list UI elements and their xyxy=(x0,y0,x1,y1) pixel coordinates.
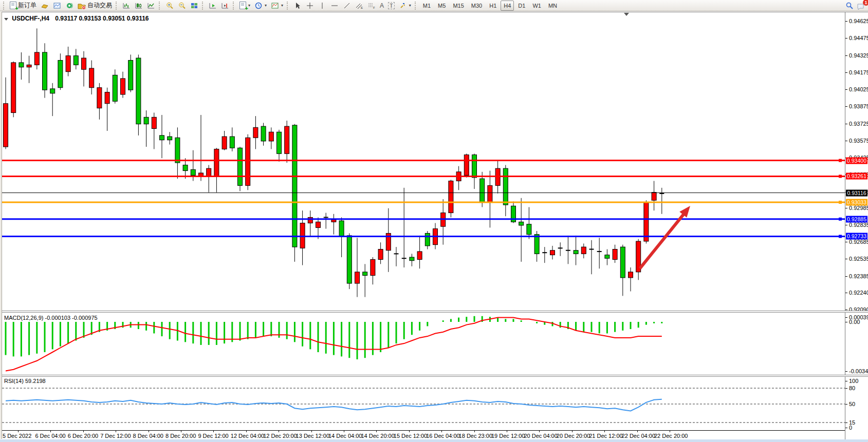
channel-button[interactable]: E xyxy=(353,0,365,11)
chart-window[interactable]: USDCHF-,H4 0.93117 0.93153 0.93051 0.931… xyxy=(2,12,868,439)
dropdown-caret-icon: ▾ xyxy=(409,3,411,8)
price-tick: 0.94175 xyxy=(849,69,868,75)
horizontal-line-icon xyxy=(330,2,339,10)
timeframe-d1[interactable]: D1 xyxy=(515,1,528,11)
signal-icon xyxy=(65,2,73,10)
new-chart-button[interactable]: + ▾ xyxy=(237,0,252,11)
time-axis-label: 12 Dec 04:00 xyxy=(231,433,264,439)
zoom-in-button[interactable] xyxy=(163,0,176,11)
template-icon xyxy=(271,2,279,10)
period-button[interactable]: ▾ xyxy=(252,0,269,11)
chart-shift-marker[interactable] xyxy=(624,13,629,16)
rsi-axis-tick: 80 xyxy=(849,385,855,391)
hline-price-label: 0.93033 xyxy=(846,199,867,205)
chart-menu-icon[interactable] xyxy=(4,18,8,21)
data-window-button[interactable] xyxy=(51,0,63,11)
tick-mark xyxy=(845,124,847,124)
chart-shift-icon xyxy=(221,2,229,10)
crosshair-button[interactable] xyxy=(304,0,316,11)
auto-trading-button[interactable]: 自动交易 xyxy=(76,0,114,11)
tick-mark xyxy=(845,371,847,372)
text-button[interactable]: A xyxy=(378,0,386,11)
macd-axis-tick: -0.003419 xyxy=(849,368,868,374)
vertical-line-button[interactable] xyxy=(316,0,328,11)
timeframe-m1[interactable]: M1 xyxy=(420,1,434,11)
timeframe-m15[interactable]: M15 xyxy=(450,1,467,11)
dropdown-caret-icon: ▾ xyxy=(248,3,250,8)
tile-windows-button[interactable] xyxy=(188,0,200,11)
tick-mark xyxy=(845,310,847,310)
time-tick-mark xyxy=(18,431,19,432)
line-chart-button[interactable] xyxy=(145,0,157,11)
rsi-axis-tick: 0 xyxy=(849,425,852,431)
notifications-button[interactable]: 1 xyxy=(857,2,866,10)
time-tick-mark xyxy=(376,431,377,432)
window-bottom-edge xyxy=(0,439,868,442)
new-chart-icon: + xyxy=(239,2,246,9)
toolbar-drag-handle[interactable] xyxy=(3,2,6,10)
pane-separator[interactable] xyxy=(2,375,868,377)
tick-mark xyxy=(845,55,847,56)
bar-chart-button[interactable] xyxy=(120,0,133,11)
price-tick: 0.94025 xyxy=(849,86,868,92)
time-tick-mark xyxy=(116,431,116,432)
candlestick-chart-icon xyxy=(135,2,143,10)
fibonacci-button[interactable]: F xyxy=(365,0,378,11)
timeframe-m5[interactable]: M5 xyxy=(435,1,449,11)
equidistant-channel-icon: E xyxy=(355,2,363,10)
hline-price-label: 0.92885 xyxy=(846,216,867,222)
pane-separator[interactable] xyxy=(2,311,868,313)
timeframe-h1[interactable]: H1 xyxy=(486,1,500,11)
time-tick-mark xyxy=(181,431,181,432)
price-tick: 0.92385 xyxy=(849,273,868,279)
timeframe-bar: M1M5M15M30H1H4D1W1MN xyxy=(419,1,561,11)
chart-ohlc-values: 0.93117 0.93153 0.93051 0.93116 xyxy=(55,15,149,22)
market-watch-button[interactable] xyxy=(39,0,51,11)
auto-scroll-button[interactable] xyxy=(207,0,219,11)
auto-trading-icon xyxy=(78,2,86,10)
tick-mark xyxy=(845,21,847,22)
time-tick-mark xyxy=(50,431,51,432)
rsi-axis-tick: 50 xyxy=(849,401,855,407)
price-tick: 0.93875 xyxy=(849,103,868,109)
text-label-button[interactable]: T xyxy=(386,0,397,11)
timeframe-w1[interactable]: W1 xyxy=(529,1,544,11)
tick-mark xyxy=(845,141,847,141)
price-tick: 0.92535 xyxy=(849,256,868,262)
timeframe-m30[interactable]: M30 xyxy=(468,1,485,11)
navigator-button[interactable] xyxy=(63,0,76,11)
chart-shift-button[interactable] xyxy=(219,0,231,11)
timeframe-h4[interactable]: H4 xyxy=(501,1,514,11)
time-axis-label: 6 Dec 20:00 xyxy=(68,433,98,439)
horizontal-line-button[interactable] xyxy=(328,0,341,11)
notification-badge: 1 xyxy=(863,0,868,6)
timeframe-mn[interactable]: MN xyxy=(545,1,560,11)
price-pane[interactable] xyxy=(2,12,845,311)
time-tick-mark xyxy=(213,431,214,432)
trendline-button[interactable] xyxy=(341,0,353,11)
new-order-button[interactable]: + 新订单 xyxy=(8,0,39,11)
toolbar-separator xyxy=(233,2,236,10)
arrows-button[interactable]: ▾ xyxy=(397,0,413,11)
tick-mark xyxy=(845,106,847,107)
candlestick-chart-button[interactable] xyxy=(133,0,145,11)
tick-mark xyxy=(845,89,847,90)
tick-mark xyxy=(845,422,847,423)
trendline-icon xyxy=(343,2,351,10)
auto-scroll-icon xyxy=(209,2,217,10)
time-tick-mark xyxy=(572,431,572,432)
tick-mark xyxy=(845,38,847,39)
time-tick-mark xyxy=(149,431,149,432)
search-icon[interactable] xyxy=(845,2,854,10)
tick-mark xyxy=(845,428,847,428)
rsi-pane[interactable] xyxy=(2,377,845,430)
cursor-button[interactable] xyxy=(291,0,304,11)
time-axis[interactable]: 5 Dec 20226 Dec 04:006 Dec 20:007 Dec 12… xyxy=(2,430,845,440)
price-tick: 0.92835 xyxy=(849,222,868,228)
time-tick-mark xyxy=(604,431,605,432)
templates-button[interactable]: ▾ xyxy=(269,0,285,11)
toolbar-separator xyxy=(202,2,205,10)
zoom-out-button[interactable] xyxy=(176,0,188,11)
time-axis-label: 13 Dec 12:00 xyxy=(296,433,329,439)
macd-pane[interactable] xyxy=(2,313,845,375)
